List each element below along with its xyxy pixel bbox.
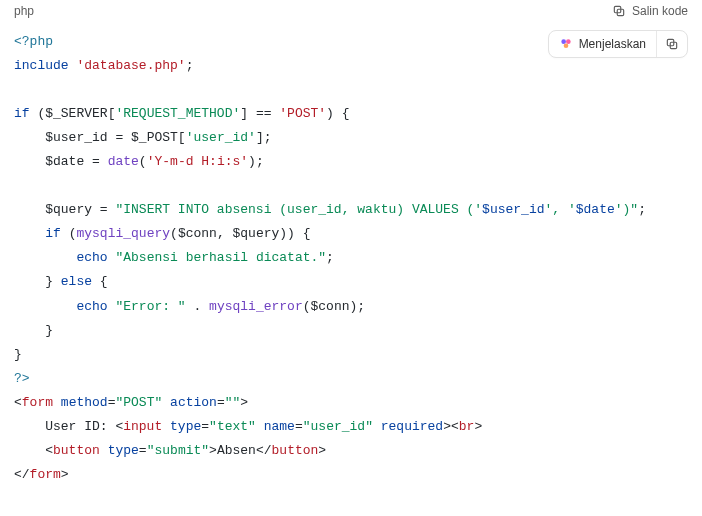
code-token: 'Y-m-d H:i:s' [147, 154, 248, 169]
code-token: action [170, 395, 217, 410]
code-token: $user_id [482, 202, 544, 217]
code-token: mysqli_query [76, 226, 170, 241]
code-token: method [61, 395, 108, 410]
code-token: $date [45, 154, 84, 169]
code-token: $query [45, 202, 92, 217]
code-token: "user_id" [303, 419, 373, 434]
explain-label: Menjelaskan [579, 37, 646, 51]
code-token: form [30, 467, 61, 482]
code-token: br [459, 419, 475, 434]
code-token: mysqli_error [209, 299, 303, 314]
language-label: php [14, 4, 34, 18]
svg-point-4 [563, 43, 568, 48]
code-token: $_SERVER [45, 106, 107, 121]
copy-icon [665, 37, 679, 51]
code-token: form [22, 395, 53, 410]
code-token: type [108, 443, 139, 458]
code-token: "POST" [115, 395, 162, 410]
code-token: required [381, 419, 443, 434]
code-token: $_POST [131, 130, 178, 145]
copy-code-label: Salin kode [632, 4, 688, 18]
code-token: "INSERT INTO absensi (user_id, waktu) VA… [115, 202, 482, 217]
code-token: $conn [178, 226, 217, 241]
copy-icon [612, 4, 626, 18]
code-token: echo [76, 250, 107, 265]
code-token: Absen [217, 443, 256, 458]
code-token: "Absensi berhasil dicatat." [115, 250, 326, 265]
code-token: "submit" [147, 443, 209, 458]
code-token: $conn [311, 299, 350, 314]
code-token: $date [576, 202, 615, 217]
code-token: $query [233, 226, 280, 241]
code-token: button [53, 443, 100, 458]
code-token: date [108, 154, 139, 169]
code-token: type [170, 419, 201, 434]
code-token: 'database.php' [76, 58, 185, 73]
code-token: "" [225, 395, 241, 410]
code-token: "text" [209, 419, 256, 434]
code-token: 'POST' [279, 106, 326, 121]
code-token: 'REQUEST_METHOD' [115, 106, 240, 121]
sparkle-icon [559, 37, 573, 51]
code-token: ', ' [545, 202, 576, 217]
code-token: $user_id [45, 130, 107, 145]
code-content: <?php include 'database.php'; if ($_SERV… [0, 20, 702, 501]
code-token: input [123, 419, 162, 434]
svg-point-2 [561, 39, 566, 44]
svg-point-3 [566, 39, 571, 44]
code-token: if [45, 226, 61, 241]
code-token: name [264, 419, 295, 434]
code-token: "Error: " [115, 299, 185, 314]
explain-button[interactable]: Menjelaskan [549, 31, 656, 57]
code-token: if [14, 106, 30, 121]
code-token: button [272, 443, 319, 458]
code-token: ')" [615, 202, 638, 217]
code-token: include [14, 58, 69, 73]
explain-copy-button[interactable] [656, 31, 687, 57]
code-token: ?> [14, 371, 30, 386]
code-token: <?php [14, 34, 53, 49]
copy-code-button[interactable]: Salin kode [612, 4, 688, 18]
explain-floating-panel: Menjelaskan [548, 30, 688, 58]
code-block-header: php Salin kode [0, 0, 702, 20]
code-token: else [61, 274, 92, 289]
code-token: echo [76, 299, 107, 314]
code-token: 'user_id' [186, 130, 256, 145]
